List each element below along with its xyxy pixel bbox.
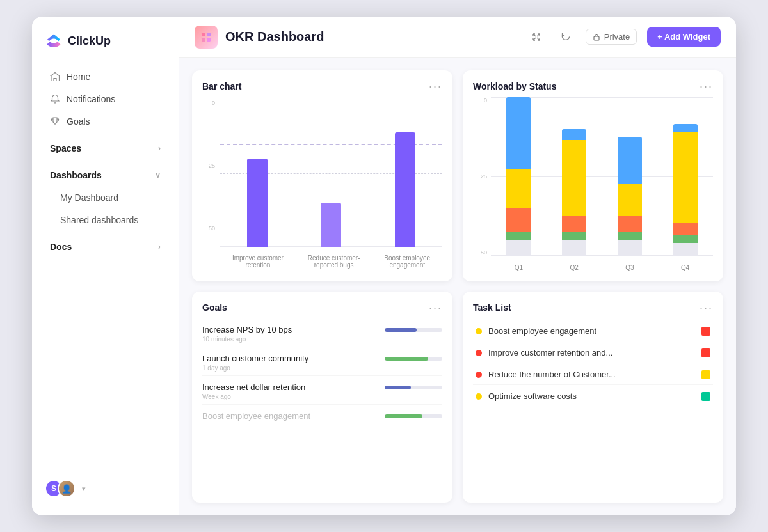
dashboard-icon	[195, 26, 218, 49]
chevron-down-icon: ∨	[155, 171, 161, 180]
q2-label: Q2	[570, 264, 578, 271]
sidebar-item-shared-dashboards[interactable]: Shared dashboards	[37, 209, 173, 231]
goal-progress-track-3	[385, 386, 442, 389]
bar-chart-header: Bar chart ···	[202, 81, 442, 92]
task-name-3: Reduce the number of Customer...	[488, 370, 695, 379]
goals-widget: Goals ··· Increase NPS by 10 bps 10 minu…	[192, 292, 452, 503]
workload-chart-header: Workload by Status ···	[473, 81, 713, 92]
task-name-1: Boost employee engagement	[488, 326, 695, 336]
y-label-25: 25	[202, 162, 215, 169]
sidebar-item-shared-dashboards-label: Shared dashboards	[60, 215, 138, 225]
sidebar-item-goals[interactable]: Goals	[37, 111, 173, 132]
goals-widget-menu[interactable]: ···	[429, 302, 442, 313]
goal-name-2: Launch customer community	[202, 354, 380, 363]
bar-label-2: Reduce customer-reported bugs	[308, 254, 360, 269]
task-item-4: Optimize software costs	[473, 386, 713, 406]
q3-label: Q3	[625, 264, 634, 271]
workload-bars	[491, 97, 713, 256]
goal-item-3: Increase net dollar retention Week ago	[202, 379, 442, 405]
workload-chart-area: 50 25 0	[473, 97, 713, 271]
sidebar-item-spaces[interactable]: Spaces ›	[37, 137, 173, 159]
task-dot-4	[476, 393, 482, 400]
okr-grid-icon	[200, 31, 212, 43]
bar-chart-menu[interactable]: ···	[429, 81, 442, 92]
task-dot-3	[476, 372, 482, 378]
goal-progress-fill-1	[385, 328, 417, 332]
bar-chart-area: 50 25 0	[202, 97, 442, 271]
goal-progress-fill-4	[385, 414, 422, 418]
goal-progress-track-2	[385, 357, 442, 361]
sidebar-nav: Home Notifications Goals	[32, 65, 179, 472]
goals-widget-title: Goals	[202, 302, 227, 313]
footer-chevron-icon: ▾	[82, 485, 86, 493]
expand-button[interactable]	[527, 27, 546, 47]
bar-group-2	[321, 100, 341, 247]
sidebar-item-my-dashboard-label: My Dashboard	[60, 192, 118, 203]
goal-item-1: Increase NPS by 10 bps 10 minutes ago	[202, 321, 442, 347]
bar-chart-title: Bar chart	[202, 81, 241, 91]
workload-chart-title: Workload by Status	[473, 81, 556, 91]
goal-progress-fill-2	[385, 357, 428, 361]
refresh-button[interactable]	[556, 27, 575, 47]
goal-time-3: Week ago	[202, 393, 442, 400]
sidebar-item-my-dashboard[interactable]: My Dashboard	[37, 187, 173, 208]
task-flag-2	[701, 348, 710, 357]
workload-y-axis: 50 25 0	[473, 97, 490, 256]
bell-icon	[50, 94, 60, 104]
svg-rect-5	[207, 38, 211, 42]
task-list-header: Task List ···	[473, 302, 713, 313]
clickup-logo-icon	[45, 32, 63, 50]
bar-labels: Improve customerretention Reduce custome…	[202, 251, 442, 269]
chevron-right-icon-docs: ›	[158, 242, 161, 251]
avatar-group: S 👤	[45, 480, 76, 497]
task-list-widget: Task List ··· Boost employee engagement …	[463, 292, 723, 503]
workload-chart-menu[interactable]: ···	[700, 81, 713, 92]
task-dot-1	[476, 328, 482, 334]
q4-label: Q4	[681, 264, 689, 271]
task-list: Boost employee engagement Improve custom…	[473, 321, 713, 492]
trophy-icon	[50, 116, 60, 127]
sidebar-item-dashboards[interactable]: Dashboards ∨	[37, 164, 173, 186]
workload-bar-q1	[506, 97, 531, 256]
sidebar-item-docs[interactable]: Docs ›	[37, 236, 173, 258]
sidebar-item-spaces-label: Spaces	[50, 143, 81, 153]
task-item-1: Boost employee engagement	[473, 321, 713, 341]
goal-progress-track-1	[385, 328, 442, 332]
sidebar-item-notifications[interactable]: Notifications	[37, 88, 173, 110]
dashboard-grid: Bar chart ··· 50 25 0	[179, 58, 736, 515]
avatar-photo: 👤	[58, 480, 76, 497]
sidebar-item-docs-label: Docs	[50, 242, 72, 252]
task-list-menu[interactable]: ···	[700, 302, 713, 313]
goal-name-3: Increase net dollar retention	[202, 382, 380, 392]
bar-1	[247, 159, 268, 247]
private-badge[interactable]: Private	[586, 29, 637, 45]
quarter-labels: Q1 Q2 Q3 Q4	[491, 264, 713, 271]
sidebar-item-home[interactable]: Home	[37, 66, 173, 88]
bar-group-3	[395, 100, 415, 247]
workload-chart-widget: Workload by Status ··· 50 25 0	[463, 70, 723, 281]
bar-label-3: Boost employeeengagement	[384, 254, 430, 269]
sidebar-item-notifications-label: Notifications	[67, 94, 115, 104]
expand-icon	[531, 32, 541, 42]
task-name-4: Optimize software costs	[488, 391, 695, 401]
svg-rect-6	[594, 36, 599, 40]
svg-rect-4	[202, 38, 205, 42]
bar-group-1	[247, 100, 268, 247]
sidebar-item-dashboards-label: Dashboards	[50, 170, 102, 180]
y-label-50: 50	[202, 225, 215, 231]
y-label-0: 0	[202, 100, 215, 106]
workload-bar-q3	[618, 97, 642, 256]
task-name-2: Improve customer retention and...	[488, 348, 695, 357]
avatar-photo-inner: 👤	[59, 481, 74, 496]
bar-label-1: Improve customerretention	[232, 254, 284, 269]
sidebar-footer[interactable]: S 👤 ▾	[32, 472, 179, 505]
bar-3	[395, 132, 415, 247]
bar-chart-widget: Bar chart ··· 50 25 0	[192, 70, 452, 281]
lock-icon	[593, 33, 600, 41]
refresh-icon	[561, 32, 571, 42]
workload-bar-q4	[673, 97, 698, 256]
sidebar-logo[interactable]: ClickUp	[32, 32, 179, 65]
main-content: OKR Dashboard	[179, 17, 736, 515]
add-widget-button[interactable]: + Add Widget	[647, 27, 721, 47]
goal-name-1: Increase NPS by 10 bps	[202, 325, 380, 334]
